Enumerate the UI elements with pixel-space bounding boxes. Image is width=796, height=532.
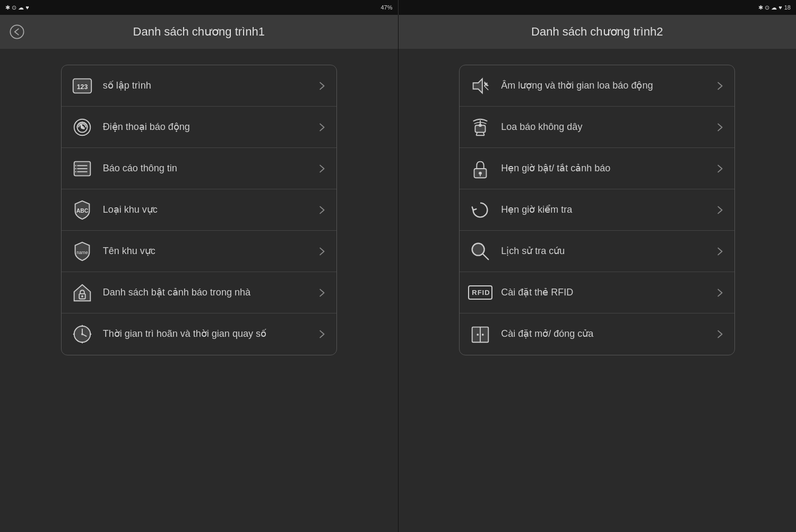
menu-label-dien-thoai-bao-dong: Điện thoại báo động <box>103 121 307 133</box>
panel-2-menu-list: Âm lượng và thời gian loa báo động <box>459 65 735 355</box>
svg-line-40 <box>483 254 489 259</box>
home-lock-icon <box>70 281 94 305</box>
rfid-badge: RFID <box>468 285 492 300</box>
menu-item-am-luong[interactable]: Âm lượng và thời gian loa báo động <box>460 65 734 107</box>
menu-item-loa-khong-day[interactable]: Loa báo không dây <box>460 107 734 148</box>
menu-item-danh-sach-bat-canh-bao[interactable]: Danh sách bật cảnh báo trong nhà <box>62 272 336 313</box>
speaker-icon <box>468 74 492 98</box>
svg-point-37 <box>479 171 482 175</box>
back-button[interactable] <box>7 22 27 41</box>
status-bar: ✱ ⊙ ☁ ♥ 47% ✱ ⊙ ☁ ♥ 18 <box>0 0 796 15</box>
svg-point-0 <box>10 25 23 38</box>
panel-2-title: Danh sách chương trình2 <box>531 25 663 39</box>
svg-line-29 <box>484 86 489 90</box>
panel-2: Danh sách chương trình2 Âm lượn <box>398 15 797 532</box>
svg-text:ABC: ABC <box>76 207 88 213</box>
panel-1-menu-container: 123 số lập trình <box>0 49 398 532</box>
search-icon <box>468 239 492 264</box>
panel-1: Danh sách chương trình1 123 số lập trình <box>0 15 398 532</box>
menu-label-loai-khu-vuc: Loại khu vực <box>103 204 307 216</box>
svg-point-44 <box>482 334 484 336</box>
panel-1-title: Danh sách chương trình1 <box>133 25 265 39</box>
svg-text:name: name <box>76 249 88 255</box>
chevron-icon-hen-gio-bat-tat <box>713 162 726 175</box>
menu-item-mo-dong-cua[interactable]: Cài đặt mở/ đóng cửa <box>460 313 734 355</box>
chevron-icon-mo-dong-cua <box>713 328 726 341</box>
svg-point-16 <box>81 295 83 297</box>
battery-right: 18 <box>784 4 791 11</box>
main-content: Danh sách chương trình1 123 số lập trình <box>0 15 796 532</box>
menu-label-loa-khong-day: Loa báo không dây <box>501 121 705 133</box>
status-icons-left: ✱ ⊙ ☁ ♥ <box>5 4 29 11</box>
panel-2-menu-container: Âm lượng và thời gian loa báo động <box>399 49 797 532</box>
status-bar-right: ✱ ⊙ ☁ ♥ 18 <box>399 0 797 15</box>
menu-label-so-lap-trinh: số lập trình <box>103 80 307 92</box>
clock-icon <box>70 322 94 346</box>
panel-2-header: Danh sách chương trình2 <box>399 15 797 49</box>
menu-label-hen-gio-bat-tat: Hẹn giờ bật/ tắt cảnh báo <box>501 162 705 175</box>
chevron-icon-hen-gio-kiem-tra <box>713 204 726 216</box>
panel-1-menu-list: 123 số lập trình <box>61 65 337 355</box>
chevron-icon-ten-khu-vuc <box>315 245 328 258</box>
status-icons-right: ✱ ⊙ ☁ ♥ <box>758 4 782 11</box>
list-icon <box>70 156 94 181</box>
shield-abc-icon: ABC <box>70 198 94 222</box>
svg-point-20 <box>81 333 83 335</box>
chevron-icon-thoi-gian <box>315 328 328 341</box>
menu-label-mo-dong-cua: Cài đặt mở/ đóng cửa <box>501 328 705 340</box>
shield-name-icon: name <box>70 239 94 264</box>
battery-left: 47% <box>380 4 392 11</box>
phone-ring-icon <box>70 115 94 139</box>
chevron-icon-loai-khu-vuc <box>315 204 328 216</box>
menu-label-danh-sach-bat-canh-bao: Danh sách bật cảnh báo trong nhà <box>103 286 307 299</box>
status-bar-left: ✱ ⊙ ☁ ♥ 47% <box>0 0 398 15</box>
panel-1-header: Danh sách chương trình1 <box>0 15 398 49</box>
chevron-icon-rfid <box>713 286 726 299</box>
menu-item-thoi-gian-tri-hoan[interactable]: Thời gian trì hoãn và thời gian quay số <box>62 313 336 355</box>
chevron-icon-so-lap-trinh <box>315 80 328 92</box>
chevron-icon-lich-su <box>713 245 726 258</box>
menu-label-thoi-gian-tri-hoan: Thời gian trì hoãn và thời gian quay số <box>103 328 307 340</box>
chevron-icon-am-luong <box>713 80 726 92</box>
menu-label-hen-gio-kiem-tra: Hẹn giờ kiểm tra <box>501 204 705 216</box>
svg-point-35 <box>479 124 482 127</box>
svg-marker-25 <box>473 79 482 93</box>
chevron-icon-bao-cao <box>315 162 328 175</box>
menu-item-dien-thoai-bao-dong[interactable]: Điện thoại báo động <box>62 107 336 148</box>
menu-label-am-luong: Âm lượng và thời gian loa báo động <box>501 80 705 92</box>
menu-item-rfid[interactable]: RFID Cài đặt thẻ RFID <box>460 272 734 313</box>
chevron-icon-dien-thoai <box>315 121 328 134</box>
menu-item-hen-gio-bat-tat[interactable]: Hẹn giờ bật/ tắt cảnh báo <box>460 148 734 189</box>
menu-label-rfid: Cài đặt thẻ RFID <box>501 286 705 299</box>
menu-label-lich-su-tra-cuu: Lịch sử tra cứu <box>501 245 705 257</box>
menu-item-ten-khu-vuc[interactable]: name Tên khu vực <box>62 231 336 272</box>
wireless-siren-icon <box>468 115 492 139</box>
menu-item-bao-cao-thong-tin[interactable]: Báo cáo thông tin <box>62 148 336 189</box>
menu-item-loai-khu-vuc[interactable]: ABC Loại khu vực <box>62 189 336 231</box>
menu-item-so-lap-trinh[interactable]: 123 số lập trình <box>62 65 336 107</box>
door-icon <box>468 322 492 346</box>
menu-label-bao-cao-thong-tin: Báo cáo thông tin <box>103 162 307 175</box>
svg-text:123: 123 <box>76 83 88 90</box>
menu-item-hen-gio-kiem-tra[interactable]: Hẹn giờ kiểm tra <box>460 189 734 231</box>
rfid-icon: RFID <box>468 281 492 305</box>
chevron-icon-danh-sach <box>315 286 328 299</box>
chevron-icon-loa-khong-day <box>713 121 726 134</box>
padlock-icon <box>468 156 492 181</box>
badge-123-icon: 123 <box>70 74 94 98</box>
refresh-time-icon <box>468 198 492 222</box>
menu-item-lich-su-tra-cuu[interactable]: Lịch sử tra cứu <box>460 231 734 272</box>
svg-point-43 <box>477 334 479 336</box>
menu-label-ten-khu-vuc: Tên khu vực <box>103 245 307 257</box>
